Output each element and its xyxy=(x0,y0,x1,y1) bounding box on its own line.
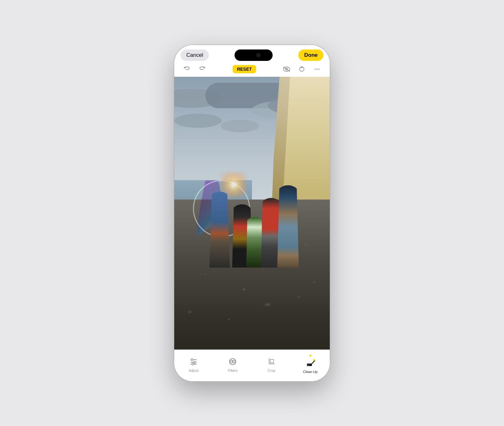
tool-crop[interactable]: Crop xyxy=(260,356,282,372)
top-controls: Cancel Done xyxy=(181,49,323,61)
tool-adjust[interactable]: Adjust xyxy=(182,356,205,372)
filters-label: Filters xyxy=(228,369,237,372)
hide-original-button[interactable] xyxy=(282,64,292,74)
svg-point-11 xyxy=(194,361,196,363)
svg-rect-24 xyxy=(307,364,309,366)
tool-cleanup[interactable]: Clean Up xyxy=(299,355,322,374)
undo-button[interactable] xyxy=(182,64,192,74)
photo-background xyxy=(174,77,330,350)
top-bar: Cancel Done xyxy=(174,45,330,77)
svg-point-9 xyxy=(191,359,193,361)
person-1 xyxy=(207,192,232,268)
bottom-toolbar: Adjust Filters xyxy=(174,350,330,381)
adjust-label: Adjust xyxy=(189,369,199,372)
photo-canvas[interactable] xyxy=(174,77,330,350)
svg-point-16 xyxy=(232,360,235,363)
person-5 xyxy=(275,185,302,268)
secondary-controls: RESET xyxy=(181,64,323,74)
filters-icon xyxy=(227,356,238,367)
crop-icon xyxy=(266,356,277,367)
cleanup-label: Clean Up xyxy=(303,370,318,374)
phone-screen: Cancel Done xyxy=(174,45,330,381)
active-indicator xyxy=(309,355,311,357)
svg-point-26 xyxy=(313,359,315,361)
adjust-icon xyxy=(188,356,199,367)
scene: Cancel Done xyxy=(0,0,504,426)
svg-point-5 xyxy=(315,69,316,70)
cleanup-icon xyxy=(305,357,316,369)
reset-button[interactable]: RESET xyxy=(233,65,256,73)
undo-redo-group xyxy=(182,64,207,74)
crop-label: Crop xyxy=(268,369,275,372)
phone-device: Cancel Done xyxy=(174,45,330,381)
svg-line-25 xyxy=(312,361,315,364)
front-camera xyxy=(256,53,260,57)
svg-point-7 xyxy=(318,69,320,70)
svg-point-6 xyxy=(316,69,318,70)
share-button[interactable] xyxy=(297,64,307,74)
people-group xyxy=(198,118,315,268)
tool-filters[interactable]: Filters xyxy=(222,356,244,372)
cancel-button[interactable]: Cancel xyxy=(181,49,209,61)
svg-point-13 xyxy=(192,363,194,365)
dynamic-island xyxy=(235,49,273,61)
more-options-button[interactable] xyxy=(312,64,322,74)
right-icon-group xyxy=(282,64,322,74)
done-button[interactable]: Done xyxy=(298,49,323,61)
redo-button[interactable] xyxy=(197,64,207,74)
